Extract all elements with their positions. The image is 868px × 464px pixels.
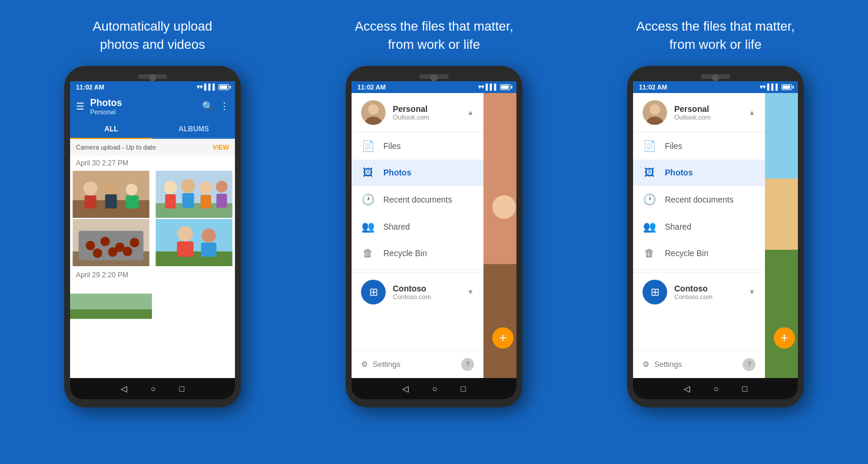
nav-photos2[interactable]: 🖼 Photos (633, 160, 765, 186)
contoso-name2: Contoso (674, 284, 741, 293)
svg-point-32 (202, 228, 216, 243)
phone2-status-bar: 11:02 AM ▾▾ ▌▌▌ (352, 81, 516, 93)
recent-icon2: 🕐 (642, 193, 657, 206)
help-icon2: ? (743, 358, 756, 371)
home-button[interactable]: ○ (151, 384, 155, 393)
svg-point-10 (164, 181, 177, 194)
svg-point-6 (126, 184, 138, 195)
personal-account-section[interactable]: Personal Outlook.com ▲ (352, 93, 483, 132)
phone3: 11:02 AM ▾▾ ▌▌▌ (627, 66, 804, 407)
fab-button2[interactable]: + (774, 327, 795, 349)
more-icon[interactable]: ⋮ (220, 101, 229, 112)
search-icon[interactable]: 🔍 (202, 101, 214, 112)
app-subtitle: Personal (90, 108, 196, 115)
signal-icon3: ▌▌▌ (767, 84, 780, 90)
nav-photos[interactable]: 🖼 Photos (352, 160, 483, 186)
recents-button2[interactable]: □ (461, 384, 466, 393)
panel1-title: Automatically upload photos and videos (92, 18, 212, 54)
svg-rect-17 (217, 194, 227, 208)
phone2-camera (430, 74, 438, 81)
phone3-nav-bar: ◁ ○ □ (633, 378, 798, 399)
phone1-camera (149, 74, 156, 81)
contoso-account-info: Contoso Contoso.com (393, 284, 460, 300)
photo-cell-4[interactable] (153, 219, 235, 266)
nav-recent[interactable]: 🕐 Recent documents (352, 186, 483, 213)
nav-recycle2[interactable]: 🗑 Recycle Bin (633, 240, 765, 267)
hamburger-icon[interactable]: ☰ (76, 101, 84, 112)
personal-chevron-up2: ▲ (748, 108, 756, 117)
recent-label2: Recent documents (665, 195, 734, 204)
tab-albums[interactable]: ALBUMS (153, 120, 235, 138)
recents-button3[interactable]: □ (743, 384, 747, 393)
photo-cell-5[interactable] (70, 283, 152, 330)
nav-files[interactable]: 📄 Files (352, 132, 483, 160)
photo-date1: April 30 2:27 PM (70, 155, 235, 171)
svg-point-30 (178, 226, 193, 241)
nav-files2[interactable]: 📄 Files (633, 132, 765, 160)
settings-label: Settings (373, 360, 400, 369)
photos-label: Photos (383, 168, 411, 177)
nav-shared[interactable]: 👥 Shared (352, 213, 483, 240)
svg-point-12 (181, 179, 196, 193)
back-button2[interactable]: ◁ (402, 384, 409, 393)
tab-all[interactable]: ALL (70, 120, 153, 138)
battery-icon2 (500, 84, 511, 90)
panel2-title-line2: from work or life (388, 37, 480, 52)
phone2: 11:02 AM ▾▾ ▌▌▌ (346, 66, 522, 407)
upload-banner: Camera upload - Up to date VIEW (70, 139, 235, 155)
nav-divider (352, 269, 483, 270)
recents-button[interactable]: □ (180, 384, 184, 393)
photo-cell-2[interactable] (153, 171, 235, 218)
fab-button1[interactable]: + (492, 327, 513, 349)
help-nav-item2[interactable]: ? (743, 358, 756, 371)
phone1-screen: 11:02 AM ▾▾ ▌▌▌ ☰ Photos Personal � (70, 81, 235, 378)
panel2-title-line1: Access the files that matter, (355, 19, 513, 34)
svg-point-25 (93, 248, 102, 258)
phone2-nav-bar: ◁ ○ □ (352, 378, 516, 399)
files-icon2: 📄 (642, 140, 657, 153)
contoso-section2[interactable]: ⊞ Contoso Contoso.com ▼ (633, 272, 765, 311)
svg-point-43 (650, 104, 660, 115)
photo-cell-3[interactable] (70, 219, 152, 266)
drawer-bottom-nav2: ⚙ Settings ? (633, 350, 765, 378)
svg-rect-13 (183, 193, 194, 208)
svg-point-4 (105, 181, 118, 194)
svg-point-26 (108, 247, 118, 257)
personal-account-info: Personal Outlook.com (393, 104, 460, 121)
svg-rect-3 (85, 195, 97, 208)
svg-rect-7 (126, 195, 139, 208)
files-label2: Files (665, 141, 683, 151)
nav-recycle[interactable]: 🗑 Recycle Bin (352, 240, 483, 267)
shared-label: Shared (383, 222, 410, 231)
photo-section: April 30 2:27 PM (70, 155, 235, 378)
back-button[interactable]: ◁ (121, 384, 127, 393)
recent-label: Recent documents (383, 195, 452, 204)
nav-divider2 (633, 269, 765, 270)
settings-nav-item[interactable]: ⚙ Settings (361, 360, 400, 369)
nav-shared2[interactable]: 👥 Shared (633, 213, 765, 240)
svg-point-14 (200, 181, 213, 194)
wifi-icon: ▾▾ (197, 84, 203, 90)
help-icon: ? (461, 358, 474, 371)
nav-recent2[interactable]: 🕐 Recent documents (633, 186, 765, 213)
home-button3[interactable]: ○ (714, 384, 718, 393)
contoso-avatar: ⊞ (361, 280, 386, 304)
main-container: Automatically upload photos and videos 1… (0, 0, 868, 464)
phone3-time: 11:02 AM (639, 84, 667, 91)
phone2-screen: 11:02 AM ▾▾ ▌▌▌ (352, 81, 516, 378)
back-button3[interactable]: ◁ (684, 384, 690, 393)
svg-rect-15 (201, 195, 211, 208)
help-nav-item[interactable]: ? (461, 358, 474, 371)
photo-cell-1[interactable] (70, 171, 152, 218)
contoso-icon: ⊞ (369, 286, 378, 299)
svg-rect-29 (156, 251, 233, 266)
personal-account-section2[interactable]: Personal Outlook.com ▲ (633, 93, 765, 132)
view-button[interactable]: VIEW (213, 144, 229, 151)
panel1-title-line2: photos and videos (100, 37, 206, 52)
contoso-section[interactable]: ⊞ Contoso Contoso.com ▼ (352, 272, 483, 311)
personal-account-domain2: Outlook.com (674, 114, 741, 121)
home-button2[interactable]: ○ (432, 384, 437, 393)
drawer-bottom-nav: ⚙ Settings ? (352, 350, 483, 378)
settings-nav-item2[interactable]: ⚙ Settings (642, 360, 682, 369)
personal-chevron-up: ▲ (467, 108, 474, 117)
